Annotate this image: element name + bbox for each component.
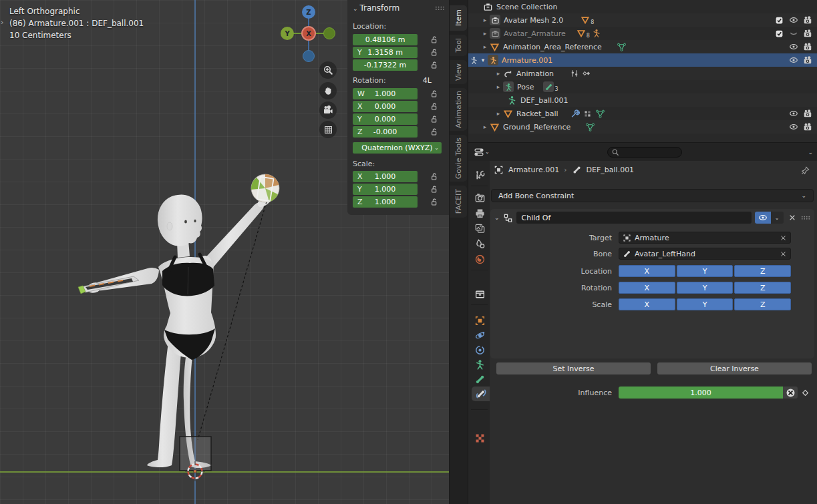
texture-properties-tab[interactable]: [472, 431, 488, 445]
navigation-gizmo[interactable]: Z Y X: [279, 4, 340, 65]
breadcrumb-object[interactable]: Armature.001: [508, 166, 559, 174]
clear-inverse-button[interactable]: Clear Inverse: [657, 362, 812, 374]
location-x-toggle[interactable]: X: [619, 265, 675, 277]
constraint-grip-icon[interactable]: [801, 215, 810, 220]
selectable-checkbox[interactable]: [774, 29, 785, 38]
breadcrumb-bone[interactable]: DEF_ball.001: [587, 166, 635, 174]
object-constraints-tab[interactable]: [472, 342, 488, 357]
tab-item[interactable]: Item: [450, 5, 467, 31]
hide-eye-toggle[interactable]: [788, 42, 799, 51]
scale-z-toggle[interactable]: Z: [734, 298, 791, 310]
bone-constraints-tab[interactable]: [472, 387, 490, 401]
expand-arrow-icon[interactable]: ▸: [494, 70, 503, 77]
hide-eye-toggle-closed[interactable]: [788, 29, 799, 38]
transform-panel-header[interactable]: ⌄ Transform: [353, 3, 399, 13]
rotation-mode-dropdown[interactable]: Quaternion (WXYZ)⌄: [353, 142, 442, 154]
gizmo-z-axis[interactable]: Z: [302, 5, 315, 19]
lock-icon[interactable]: [430, 128, 438, 136]
expand-arrow-icon[interactable]: ▸: [480, 43, 490, 50]
gizmo-neg-y-axis[interactable]: [323, 27, 335, 39]
properties-search-input[interactable]: [607, 147, 682, 158]
editor-type-button[interactable]: ⌄: [474, 147, 490, 158]
clear-bone-icon[interactable]: [780, 250, 787, 258]
tab-animation[interactable]: Animation: [450, 88, 467, 131]
render-camera-toggle[interactable]: [802, 29, 813, 38]
armature-data-tab[interactable]: [472, 357, 488, 372]
header-menu-chevron[interactable]: ⌄: [808, 149, 813, 156]
location-x-field[interactable]: 0.48106 m: [353, 34, 418, 45]
clear-keyframe-button[interactable]: [783, 387, 798, 399]
gizmo-x-axis[interactable]: X: [301, 26, 316, 41]
outliner-row-racket-ball[interactable]: ▸ Racket_ball: [468, 107, 817, 120]
lock-icon[interactable]: [430, 185, 438, 194]
constraint-enable-eye-button[interactable]: [755, 212, 771, 224]
outliner-row-avatar-mesh[interactable]: ▸ Avatar Mesh 2.0 8: [468, 13, 817, 27]
scale-z-field[interactable]: Z1.000: [353, 196, 418, 208]
expand-arrow-icon[interactable]: ▸: [480, 123, 490, 130]
add-bone-constraint-dropdown[interactable]: Add Bone Constraint⌄: [491, 189, 814, 202]
pan-hand-button[interactable]: [319, 82, 337, 99]
constraint-name-field[interactable]: Child Of: [516, 212, 752, 224]
tab-faceit[interactable]: FACEIT: [450, 186, 467, 218]
rotation-y-toggle[interactable]: Y: [677, 282, 733, 294]
bone-target-field[interactable]: Avatar_LeftHand: [619, 248, 791, 260]
collapse-arrow-icon[interactable]: ▾: [478, 57, 488, 63]
outliner-row-pose[interactable]: ▸ Pose 3: [468, 80, 817, 93]
lock-icon[interactable]: [430, 102, 438, 111]
rotation-y-field[interactable]: Y0.000: [353, 113, 418, 125]
target-object-field[interactable]: Armature: [619, 232, 791, 244]
tab-govie-tools[interactable]: Govie Tools: [450, 135, 467, 182]
constraint-delete-button[interactable]: [787, 212, 798, 224]
lock-icon[interactable]: [430, 89, 438, 98]
object-properties-tab[interactable]: [472, 313, 488, 328]
render-camera-toggle[interactable]: [802, 109, 813, 118]
location-y-toggle[interactable]: Y: [677, 265, 733, 277]
lock-icon[interactable]: [430, 172, 438, 181]
outliner-row-avatar-armature[interactable]: ▸ Avatar_Armature 8: [468, 27, 817, 40]
location-z-toggle[interactable]: Z: [734, 265, 791, 277]
scale-x-toggle[interactable]: X: [619, 298, 675, 310]
outliner-row-animation[interactable]: ▸ Animation: [468, 67, 817, 80]
location-z-field[interactable]: -0.17322 m: [353, 59, 418, 71]
set-inverse-button[interactable]: Set Inverse: [496, 362, 651, 374]
insert-keyframe-diamond[interactable]: [801, 389, 810, 397]
lock-icon[interactable]: [430, 198, 438, 206]
physics-properties-tab[interactable]: [472, 328, 488, 342]
panel-grip-icon[interactable]: [435, 5, 445, 11]
scale-y-field[interactable]: Y1.000: [353, 184, 418, 195]
expand-arrow-icon[interactable]: ▸: [494, 110, 503, 117]
rotation-z-field[interactable]: Z-0.000: [353, 126, 418, 138]
render-camera-toggle[interactable]: [802, 15, 813, 25]
lock-icon[interactable]: [430, 115, 438, 123]
tool-properties-tab[interactable]: [472, 168, 488, 182]
expand-arrow-icon[interactable]: ▸: [480, 17, 490, 23]
scene-properties-tab[interactable]: [472, 236, 488, 251]
camera-view-button[interactable]: [319, 101, 337, 119]
constraint-extras-chevron[interactable]: ⌄: [771, 212, 784, 224]
rotation-z-toggle[interactable]: Z: [734, 282, 791, 294]
expand-arrow-icon[interactable]: ▸: [480, 30, 490, 37]
render-properties-tab[interactable]: [472, 190, 488, 205]
tab-tool[interactable]: Tool: [450, 35, 467, 56]
world-properties-tab[interactable]: [472, 252, 488, 266]
view-layer-properties-tab[interactable]: [472, 221, 488, 236]
influence-slider[interactable]: 1.000: [619, 387, 783, 399]
render-camera-toggle[interactable]: [802, 55, 813, 65]
outliner-row-animation-area-reference[interactable]: ▸ Animation_Area_Reference: [468, 40, 817, 53]
collection-properties-tab[interactable]: [472, 286, 488, 301]
hide-eye-toggle[interactable]: [788, 55, 799, 65]
hide-eye-toggle[interactable]: [788, 109, 799, 118]
clear-target-icon[interactable]: [780, 234, 787, 242]
hide-eye-toggle[interactable]: [788, 122, 799, 132]
scale-x-field[interactable]: X1.000: [353, 171, 418, 182]
lock-icon[interactable]: [430, 48, 438, 57]
render-camera-toggle[interactable]: [802, 122, 813, 132]
orthographic-toggle-button[interactable]: [319, 121, 337, 138]
toolbar-expand-arrow[interactable]: ›: [1, 18, 3, 27]
expand-arrow-icon[interactable]: ▸: [494, 83, 503, 90]
hide-eye-toggle[interactable]: [788, 15, 799, 25]
location-y-field[interactable]: Y1.3158 m: [353, 47, 418, 58]
outliner-row-armature-001[interactable]: ▾ Armature.001: [468, 53, 817, 67]
gizmo-y-axis[interactable]: Y: [281, 27, 294, 40]
bone-properties-tab[interactable]: [472, 372, 488, 387]
